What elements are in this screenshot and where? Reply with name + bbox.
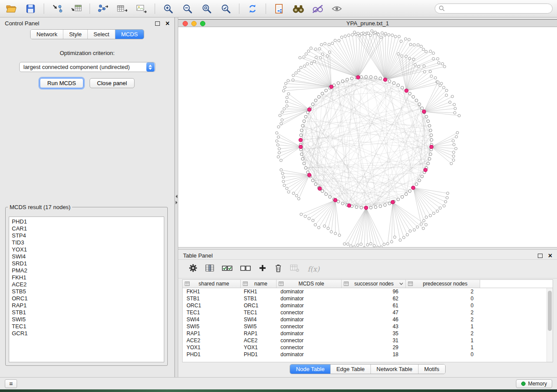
mcds-result-list[interactable]: PHD1CAR1STP4TID3YOX1SWI4SRD1PMA2FKH1ACE2… (9, 217, 164, 362)
mcds-result-item[interactable]: TID3 (9, 239, 164, 246)
table-row[interactable]: TEC1TEC1connector472 (183, 309, 553, 316)
mcds-result-item[interactable]: PHD1 (9, 218, 164, 225)
zoom-fit-icon (201, 3, 212, 14)
splitter-collapse-left-icon[interactable] (176, 195, 177, 198)
mcds-result-item[interactable]: FKH1 (9, 274, 164, 281)
mcds-result-item[interactable]: TEC1 (9, 323, 164, 330)
table-row[interactable]: FKH1FKH1dominator962 (183, 288, 553, 295)
zoom-selected-button[interactable] (219, 2, 233, 16)
zoom-in-button[interactable] (161, 2, 175, 16)
mcds-result-item[interactable]: PMA2 (9, 267, 164, 274)
tab-select[interactable]: Select (87, 30, 115, 39)
export-image-button[interactable] (135, 2, 149, 16)
export-document-button[interactable] (272, 2, 286, 16)
float-window-icon[interactable] (538, 254, 543, 258)
network-window-titlebar[interactable]: YPA_prune.txt_1 (178, 19, 557, 27)
zoom-out-button[interactable] (180, 2, 194, 16)
float-window-icon[interactable] (155, 21, 160, 26)
mcds-result-item[interactable]: SWI5 (9, 316, 164, 323)
network-canvas[interactable] (178, 27, 557, 247)
zoom-fit-button[interactable] (200, 2, 214, 16)
optimization-criterion-select[interactable]: largest connected component (undirected) (19, 62, 156, 72)
mcds-result-item[interactable]: RAP1 (9, 302, 164, 309)
table-row[interactable]: ACE2ACE2connector311 (183, 337, 553, 344)
search-input[interactable] (435, 3, 553, 14)
close-window-light[interactable] (183, 21, 188, 26)
table-panel: Table Panel × (178, 250, 557, 377)
deselect-all-button[interactable] (240, 265, 251, 273)
search-network-button[interactable] (291, 2, 305, 16)
function-builder-button-disabled: f(x) (308, 265, 319, 273)
table-cell: RAP1 (241, 330, 277, 337)
tab-mcds[interactable]: MCDS (115, 30, 143, 39)
import-network-button[interactable] (50, 2, 64, 16)
mcds-result-item[interactable]: GCR1 (9, 330, 164, 337)
apply-layout-button[interactable] (246, 2, 259, 16)
table-cell: 29 (342, 344, 406, 351)
run-mcds-button[interactable]: Run MCDS (40, 78, 83, 88)
maximize-window-light[interactable] (200, 21, 205, 26)
column-type-icon (243, 282, 248, 286)
column-header-predecessor-nodes[interactable]: predecessor nodes (406, 280, 480, 288)
table-row[interactable]: STB1STB1dominator620 (183, 295, 553, 302)
delete-column-button[interactable] (274, 264, 282, 274)
save-session-button[interactable] (24, 2, 38, 16)
open-session-button[interactable] (4, 2, 18, 16)
tab-network-table[interactable]: Network Table (370, 364, 418, 374)
table-cell: connector (277, 323, 342, 330)
minimize-window-light[interactable] (191, 21, 197, 26)
splitter-collapse-right-icon[interactable] (176, 201, 177, 204)
close-panel-icon[interactable]: × (548, 252, 552, 259)
table-cell: ORC1 (241, 303, 277, 309)
column-header-successor-nodes[interactable]: successor nodes (342, 280, 406, 288)
table-header: shared name name MCDS role (183, 280, 553, 288)
tab-edge-table[interactable]: Edge Table (330, 364, 370, 374)
export-network-button[interactable] (96, 2, 110, 16)
table-cell: 1 (406, 323, 480, 330)
table-row[interactable]: PHD1PHD1dominator180 (183, 351, 553, 358)
mcds-result-item[interactable]: SWI4 (9, 253, 164, 260)
mcds-result-item[interactable]: STB1 (9, 309, 164, 316)
select-all-button[interactable] (222, 265, 232, 273)
import-table-button[interactable] (69, 2, 83, 16)
column-select-icon (205, 264, 214, 272)
table-row[interactable]: RAP1RAP1dominator352 (183, 330, 553, 337)
show-columns-button[interactable] (205, 264, 214, 274)
table-settings-button[interactable] (189, 264, 197, 274)
table-row[interactable]: SWI4SWI4dominator462 (183, 316, 553, 323)
column-header-name[interactable]: name (241, 280, 277, 288)
mcds-result-item[interactable]: ORC1 (9, 295, 164, 302)
mcds-result-item[interactable]: SRD1 (9, 260, 164, 267)
table-row[interactable]: YOX1YOX1connector291 (183, 344, 553, 351)
column-header-mcds-role[interactable]: MCDS role (277, 280, 342, 288)
control-panel-header: Control Panel × (0, 17, 174, 29)
table-cell: SWI5 (241, 323, 277, 330)
hide-details-button[interactable] (311, 2, 325, 16)
table-scrollbar[interactable] (547, 288, 553, 362)
mcds-result-item[interactable]: CAR1 (9, 225, 164, 232)
add-column-button[interactable] (259, 264, 266, 274)
mcds-result-item[interactable]: ACE2 (9, 281, 164, 288)
status-menu-button[interactable]: ≡ (5, 379, 17, 388)
tab-motifs[interactable]: Motifs (418, 364, 445, 374)
table-cell: SWI5 (183, 323, 241, 330)
mcds-result-item[interactable]: STP4 (9, 232, 164, 239)
tab-network[interactable]: Network (31, 30, 63, 39)
mcds-result-item[interactable]: YOX1 (9, 246, 164, 253)
table-row[interactable]: SWI5SWI5connector431 (183, 323, 553, 330)
export-table-button[interactable] (115, 2, 129, 16)
scrollbar-thumb[interactable] (548, 291, 552, 331)
tab-style[interactable]: Style (63, 30, 87, 39)
vertical-splitter[interactable] (175, 17, 178, 377)
memory-button[interactable]: Memory (516, 379, 552, 388)
tab-node-table[interactable]: Node Table (290, 364, 330, 374)
close-panel-icon[interactable]: × (166, 20, 170, 27)
table-cell: 1 (406, 344, 480, 351)
column-header-shared-name[interactable]: shared name (183, 280, 241, 288)
mcds-result-item[interactable]: STB5 (9, 288, 164, 295)
close-panel-button[interactable]: Close panel (90, 78, 135, 88)
network-area: YPA_prune.txt_1 Table Panel × (178, 17, 557, 377)
control-panel: Control Panel × Network Style Select MCD… (0, 17, 175, 377)
table-row[interactable]: ORC1ORC1dominator610 (183, 302, 553, 309)
show-details-button[interactable] (330, 2, 344, 16)
